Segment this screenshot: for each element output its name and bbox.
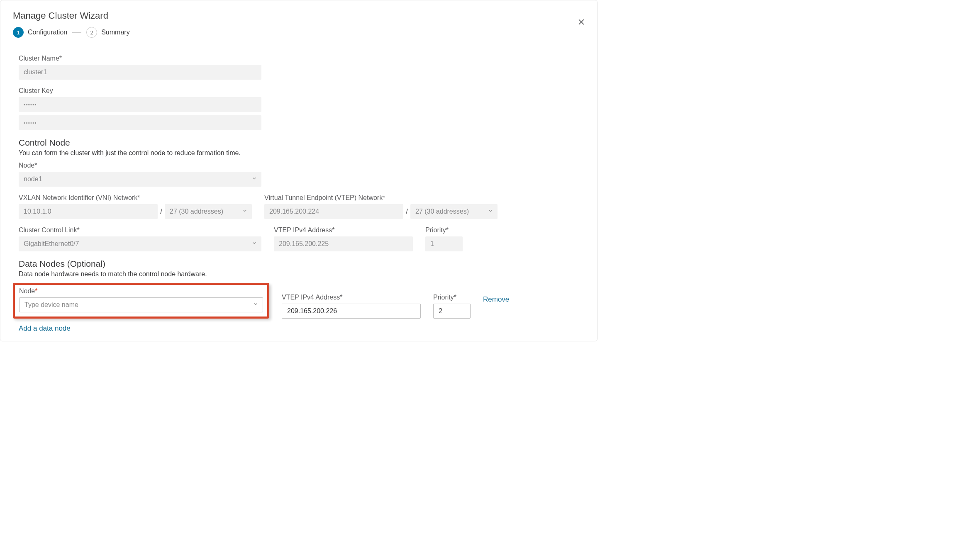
data-node-priority-label: Priority*: [433, 294, 471, 301]
vtep-mask-select[interactable]: 27 (30 addresses): [410, 204, 498, 219]
vni-network-label: VXLAN Network Identifier (VNI) Network*: [19, 194, 252, 202]
vni-mask-select[interactable]: 27 (30 addresses): [165, 204, 252, 219]
chevron-down-icon: [488, 208, 493, 215]
cluster-key-input-1[interactable]: •••••••: [19, 97, 261, 112]
data-node-priority-input[interactable]: [433, 304, 471, 319]
vtep-slash: /: [403, 204, 410, 219]
cluster-name-input[interactable]: cluster1: [19, 65, 261, 80]
priority-label: Priority*: [425, 226, 463, 234]
step-configuration[interactable]: 1 Configuration: [13, 27, 67, 38]
chevron-down-icon: [251, 175, 257, 183]
cluster-name-label: Cluster Name*: [19, 55, 579, 62]
vni-network-input[interactable]: 10.10.1.0: [19, 204, 158, 219]
step-number-1: 1: [13, 27, 24, 38]
chevron-down-icon: [251, 240, 257, 248]
data-node-highlight-box: Node* Type device name: [13, 283, 269, 319]
cluster-key-input-2[interactable]: •••••••: [19, 115, 261, 130]
wizard-dialog: Manage Cluster Wizard 1 Configuration 2 …: [0, 0, 598, 341]
close-icon: [577, 18, 585, 26]
control-node-label: Node*: [19, 162, 579, 169]
vtep-mask-value: 27 (30 addresses): [415, 208, 469, 215]
chevron-down-icon: [242, 208, 248, 215]
vtep-network-label: Virtual Tunnel Endpoint (VTEP) Network*: [264, 194, 498, 202]
ccl-value: GigabitEthernet0/7: [24, 240, 79, 248]
vni-vtep-network-row: VXLAN Network Identifier (VNI) Network* …: [19, 194, 579, 219]
vtep-network-field: Virtual Tunnel Endpoint (VTEP) Network* …: [264, 194, 498, 219]
data-nodes-section-subtitle: Data node hardware needs to match the co…: [19, 270, 579, 278]
data-node-vtep-label: VTEP IPv4 Address*: [282, 294, 421, 301]
data-node-label: Node*: [19, 287, 263, 295]
cluster-key-field: Cluster Key ••••••• •••••••: [19, 87, 579, 130]
password-dots: •••••••: [24, 102, 37, 107]
close-button[interactable]: [576, 16, 587, 28]
priority-input[interactable]: 1: [425, 236, 463, 251]
required-marker: *: [35, 287, 37, 295]
ccl-label: Cluster Control Link*: [19, 226, 261, 234]
control-node-section-subtitle: You can form the cluster with just the c…: [19, 149, 579, 157]
vtep-addr-input[interactable]: 209.165.200.225: [274, 236, 413, 251]
stepper: 1 Configuration 2 Summary: [13, 27, 585, 38]
step-label-summary: Summary: [101, 29, 129, 36]
chevron-down-icon: [253, 301, 259, 309]
cluster-name-field: Cluster Name* cluster1: [19, 55, 579, 80]
vtep-addr-field: VTEP IPv4 Address* 209.165.200.225: [274, 226, 413, 251]
data-node-row: Node* Type device name VTEP IPv4 Address…: [19, 283, 579, 319]
control-node-value: node1: [24, 175, 42, 183]
password-dots: •••••••: [24, 121, 37, 125]
data-node-vtep-field: VTEP IPv4 Address*: [282, 294, 421, 319]
data-node-placeholder: Type device name: [24, 301, 78, 309]
wizard-header: Manage Cluster Wizard 1 Configuration 2 …: [0, 0, 597, 42]
ccl-vtep-priority-row: Cluster Control Link* GigabitEthernet0/7…: [19, 226, 579, 251]
vni-slash: /: [158, 204, 165, 219]
ccl-select[interactable]: GigabitEthernet0/7: [19, 236, 261, 251]
step-number-2: 2: [86, 27, 97, 38]
control-node-section-title: Control Node: [19, 138, 579, 148]
step-label-configuration: Configuration: [28, 29, 67, 36]
vtep-network-input[interactable]: 209.165.200.224: [264, 204, 403, 219]
vni-network-field: VXLAN Network Identifier (VNI) Network* …: [19, 194, 252, 219]
control-node-field: Node* node1: [19, 162, 579, 187]
remove-data-node-link[interactable]: Remove: [483, 295, 509, 304]
data-node-select[interactable]: Type device name: [19, 297, 263, 312]
data-node-vtep-input[interactable]: [282, 304, 421, 319]
step-summary[interactable]: 2 Summary: [86, 27, 129, 38]
cluster-key-label: Cluster Key: [19, 87, 579, 95]
add-data-node-link[interactable]: Add a data node: [19, 324, 71, 333]
priority-field: Priority* 1: [425, 226, 463, 251]
data-nodes-section-title: Data Nodes (Optional): [19, 259, 579, 269]
vni-mask-value: 27 (30 addresses): [170, 208, 223, 215]
control-node-select[interactable]: node1: [19, 172, 261, 187]
wizard-title: Manage Cluster Wizard: [13, 10, 585, 21]
data-node-priority-field: Priority*: [433, 294, 471, 319]
step-separator: [72, 32, 81, 33]
vtep-addr-label: VTEP IPv4 Address*: [274, 226, 413, 234]
ccl-field: Cluster Control Link* GigabitEthernet0/7: [19, 226, 261, 251]
form-area: Cluster Name* cluster1 Cluster Key •••••…: [0, 47, 597, 333]
